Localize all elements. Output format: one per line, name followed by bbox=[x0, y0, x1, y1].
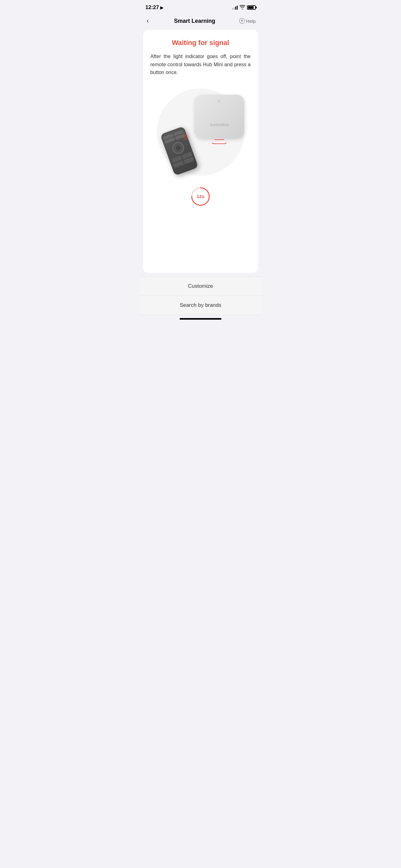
wave-arc-2 bbox=[211, 141, 228, 144]
timer-container: 12s bbox=[151, 187, 251, 207]
remote-bottom-buttons bbox=[171, 152, 194, 168]
location-icon: ▶ bbox=[160, 5, 163, 10]
remote-nav-inner bbox=[175, 145, 181, 151]
back-button[interactable]: ‹ bbox=[145, 16, 150, 26]
wave-arc-1 bbox=[213, 138, 225, 140]
hub-mini-device: SwitchBot bbox=[194, 95, 244, 138]
search-brands-button[interactable]: Search by brands bbox=[139, 296, 262, 315]
time-label: 12:27 bbox=[145, 4, 159, 11]
signal-bars-icon bbox=[232, 5, 238, 10]
help-circle-icon: ? bbox=[239, 18, 245, 24]
status-time: 12:27 ▶ bbox=[145, 4, 163, 11]
timer-circle: 12s bbox=[191, 187, 210, 207]
waiting-title: Waiting for signal bbox=[151, 39, 251, 47]
bottom-buttons-section: Customize Search by brands bbox=[139, 277, 262, 315]
hub-indicator-dot bbox=[218, 100, 221, 102]
wifi-icon bbox=[239, 5, 245, 10]
customize-button[interactable]: Customize bbox=[139, 277, 262, 296]
battery-icon bbox=[247, 5, 256, 10]
home-indicator bbox=[179, 318, 222, 320]
main-card: Waiting for signal After the light indic… bbox=[143, 30, 258, 273]
status-icons bbox=[232, 5, 256, 10]
timer-text: 12s bbox=[196, 194, 204, 199]
nav-bar: ‹ Smart Learning ? Help bbox=[139, 13, 262, 30]
hub-brand-label: SwitchBot bbox=[210, 122, 229, 127]
device-illustration: SwitchBot bbox=[151, 85, 251, 179]
signal-waves bbox=[207, 138, 232, 144]
instruction-text: After the light indicator goes off, poin… bbox=[151, 53, 251, 76]
hub-box: SwitchBot bbox=[194, 95, 244, 138]
spacer bbox=[151, 213, 251, 263]
status-bar: 12:27 ▶ bbox=[139, 0, 262, 13]
help-button[interactable]: ? Help bbox=[239, 18, 256, 24]
remote-nav-circle bbox=[170, 140, 186, 156]
page-title: Smart Learning bbox=[150, 18, 239, 24]
help-label: Help bbox=[246, 19, 256, 24]
